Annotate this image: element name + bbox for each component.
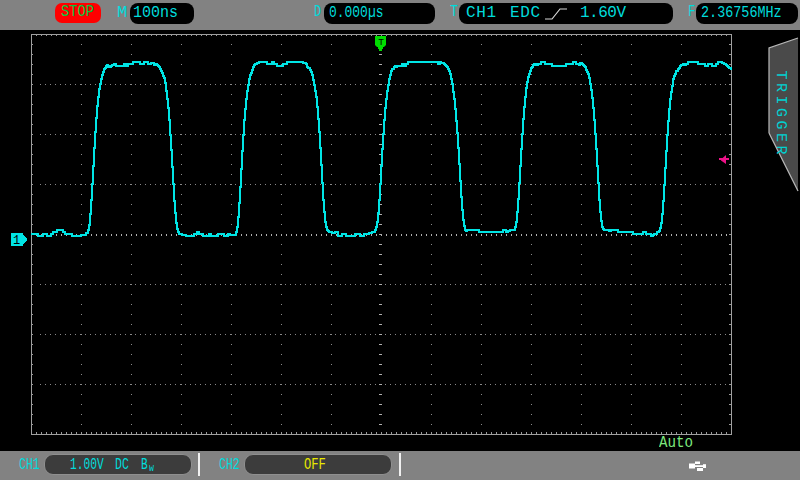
svg-text:T: T [378, 37, 384, 48]
svg-text:1: 1 [13, 234, 20, 248]
